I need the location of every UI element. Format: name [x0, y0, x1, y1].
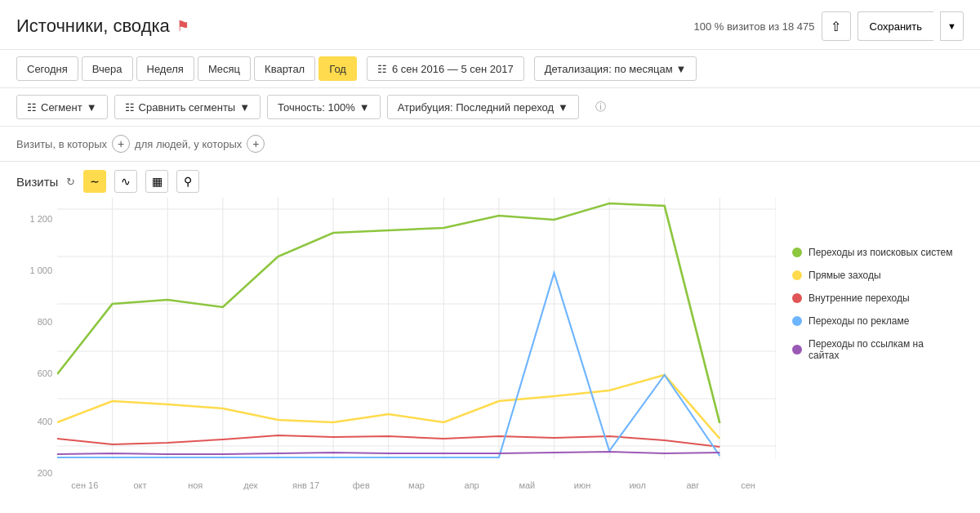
segment-chevron: ▼: [87, 101, 97, 114]
compare-button[interactable]: ☷ Сравнить сегменты ▼: [114, 95, 261, 119]
x-label-feb: фев: [333, 475, 389, 500]
legend-label-green: Переходы из поисковых систем: [808, 247, 952, 258]
legend-label-yellow: Прямые заходы: [808, 270, 881, 281]
x-axis: сен 16 окт ноя дек янв 17 фев мар апр ма…: [57, 475, 776, 500]
period-year[interactable]: Год: [318, 56, 357, 81]
chart-container: 1 200 1 000 800 600 400 200: [16, 198, 964, 500]
line-chart-button[interactable]: ∼: [83, 170, 106, 193]
x-label-mar: мар: [389, 475, 444, 500]
segment-label: Сегмент: [41, 101, 82, 114]
share-button[interactable]: ⇧: [822, 11, 851, 41]
y-label-600: 600: [38, 368, 52, 378]
save-button[interactable]: Сохранить: [858, 11, 934, 41]
attribution-label: Атрибуция: Последний переход: [398, 101, 554, 114]
legend-dot-blue: [792, 316, 802, 326]
period-month[interactable]: Месяц: [198, 56, 251, 81]
add-visits-condition[interactable]: +: [112, 135, 130, 153]
legend-blue: Переходы по рекламе: [792, 315, 956, 327]
segment-button[interactable]: ☷ Сегмент ▼: [16, 95, 108, 119]
chart-section: Визиты ↻ ∼ ∿ ▦ ⚲ 1 200 1 000 800 600 400…: [0, 162, 980, 500]
x-label-jul: июл: [610, 475, 666, 500]
table-chart-button[interactable]: ⚲: [176, 170, 199, 193]
y-label-1200: 1 200: [29, 214, 52, 224]
refresh-icon[interactable]: ↻: [66, 176, 75, 188]
accuracy-chevron: ▼: [359, 101, 370, 114]
help-button[interactable]: ⓘ: [586, 95, 616, 119]
x-label-nov: ноя: [167, 475, 223, 500]
legend-dot-yellow: [792, 270, 802, 280]
date-range-button[interactable]: ☷ 6 сен 2016 — 5 сен 2017: [367, 56, 524, 81]
x-label-jun: июн: [555, 475, 610, 500]
date-range-label: 6 сен 2016 — 5 сен 2017: [392, 63, 514, 75]
bookmark-icon[interactable]: ⚑: [176, 17, 189, 35]
segment-bar: Визиты, в которых + для людей, у которых…: [0, 127, 980, 162]
chart-area: 1 200 1 000 800 600 400 200: [16, 198, 776, 500]
x-label-jan: янв 17: [278, 475, 334, 500]
detail-label: Детализация: по месяцам: [545, 63, 673, 75]
header-left: Источники, сводка ⚑: [16, 16, 189, 37]
period-yesterday[interactable]: Вчера: [82, 56, 133, 81]
x-label-may: май: [500, 475, 555, 500]
chart-svg: [57, 198, 776, 475]
area-chart-button[interactable]: ∿: [114, 170, 137, 193]
y-axis: 1 200 1 000 800 600 400 200: [16, 198, 57, 500]
chart-header: Визиты ↻ ∼ ∿ ▦ ⚲: [16, 170, 964, 193]
period-quarter[interactable]: Квартал: [254, 56, 315, 81]
legend-purple: Переходы по ссылкам на сайтах: [792, 338, 956, 361]
y-label-1000: 1 000: [29, 265, 52, 275]
attribution-chevron: ▼: [558, 101, 568, 114]
filters-bar: ☷ Сегмент ▼ ☷ Сравнить сегменты ▼ Точнос…: [0, 88, 980, 127]
header: Источники, сводка ⚑ 100 % визитов из 18 …: [0, 0, 980, 50]
x-label-aug: авг: [666, 475, 721, 500]
bar-chart-button[interactable]: ▦: [145, 170, 168, 193]
legend-green: Переходы из поисковых систем: [792, 247, 956, 258]
header-right: 100 % визитов из 18 475 ⇧ Сохранить ▼: [693, 11, 964, 41]
visits-label: Визиты, в которых: [16, 138, 107, 150]
legend-label-red: Внутренние переходы: [808, 292, 910, 304]
compare-icon: ☷: [125, 101, 135, 114]
y-label-400: 400: [38, 417, 52, 426]
legend-red: Внутренние переходы: [792, 292, 956, 304]
legend-dot-purple: [792, 345, 802, 355]
legend-label-blue: Переходы по рекламе: [808, 315, 909, 327]
people-label: для людей, у которых: [135, 138, 242, 150]
chart-title: Визиты: [16, 175, 58, 189]
period-week[interactable]: Неделя: [136, 56, 194, 81]
x-label-dec: дек: [223, 475, 278, 500]
chart-legend: Переходы из поисковых систем Прямые захо…: [776, 198, 964, 500]
calendar-icon: ☷: [377, 63, 387, 75]
compare-chevron: ▼: [239, 101, 250, 114]
attribution-button[interactable]: Атрибуция: Последний переход ▼: [387, 95, 579, 119]
save-dropdown-button[interactable]: ▼: [940, 11, 964, 41]
filter-icon: ☷: [27, 101, 37, 114]
y-label-200: 200: [38, 468, 52, 478]
x-label-oct: окт: [113, 475, 168, 500]
x-label-apr: апр: [444, 475, 500, 500]
accuracy-button[interactable]: Точность: 100% ▼: [267, 95, 381, 119]
detail-button[interactable]: Детализация: по месяцам ▼: [534, 56, 697, 81]
legend-yellow: Прямые заходы: [792, 270, 956, 281]
compare-label: Сравнить сегменты: [139, 101, 236, 114]
accuracy-label: Точность: 100%: [278, 101, 355, 114]
chevron-down-icon: ▼: [676, 63, 687, 75]
legend-label-purple: Переходы по ссылкам на сайтах: [808, 338, 956, 361]
period-today[interactable]: Сегодня: [16, 56, 78, 81]
page-title: Источники, сводка: [16, 16, 170, 37]
x-label-sep16: сен 16: [57, 475, 113, 500]
period-toolbar: Сегодня Вчера Неделя Месяц Квартал Год ☷…: [0, 50, 980, 88]
legend-dot-green: [792, 248, 802, 257]
visits-info: 100 % визитов из 18 475: [693, 20, 814, 33]
y-label-800: 800: [38, 317, 52, 327]
legend-dot-red: [792, 293, 802, 303]
add-people-condition[interactable]: +: [247, 135, 265, 153]
x-label-sep17: сен: [720, 475, 776, 500]
